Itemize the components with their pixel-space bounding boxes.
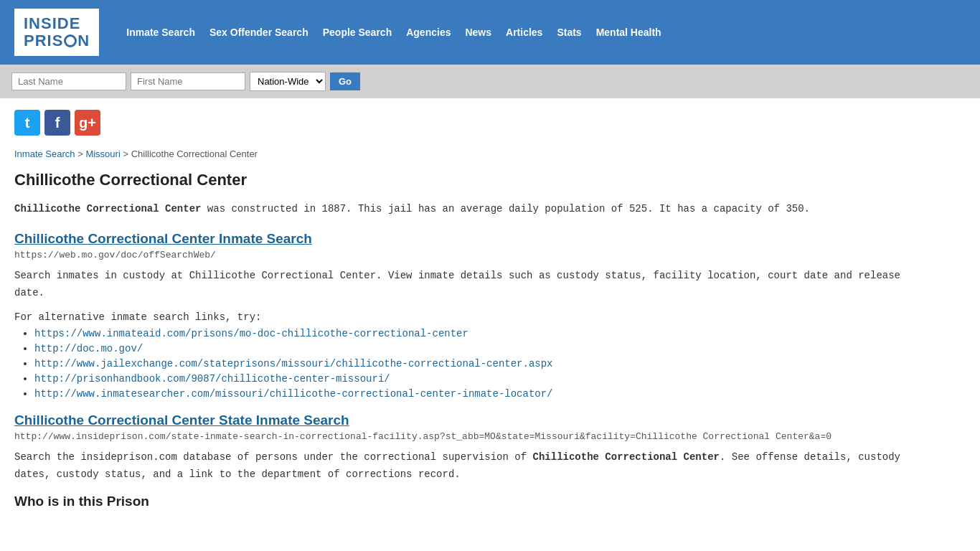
go-button[interactable]: Go [330,72,360,90]
list-item: http://www.inmatesearcher.com/missouri/c… [34,387,918,400]
nav-people-search[interactable]: People Search [317,24,398,41]
state-search-description: Search the insideprison.com database of … [14,449,918,484]
main-nav: Inmate Search Sex Offender Search People… [113,17,674,48]
first-name-input[interactable] [131,72,245,90]
list-item: https://www.inmateaid.com/prisons/mo-doc… [34,327,918,339]
logo-o-icon [64,34,77,47]
inmate-search-section-title: Chillicothe Correctional Center Inmate S… [14,231,918,247]
header: INSIDE PRISN Inmate Search Sex Offender … [0,0,980,65]
nav-stats[interactable]: Stats [551,24,587,41]
breadcrumb-inmate-search[interactable]: Inmate Search [14,149,75,159]
state-search-desc-bold: Chillicothe Correctional Center [533,451,720,463]
breadcrumb: Inmate Search > Missouri > Chillicothe C… [14,149,918,159]
facebook-icon[interactable]: f [44,110,70,136]
logo-area[interactable]: INSIDE PRISN [0,1,113,63]
nav-agencies[interactable]: Agencies [400,24,456,41]
alt-link-3[interactable]: http://www.jailexchange.com/stateprisons… [34,358,553,369]
alt-link-4[interactable]: http://prisonhandbook.com/9087/chillicot… [34,373,390,385]
intro-paragraph: Chillicothe Correctional Center was cons… [14,201,918,218]
alt-links-list: https://www.inmateaid.com/prisons/mo-doc… [34,327,918,400]
logo-prison: PRISN [24,32,90,50]
state-search-url: http://www.insideprison.com/state-inmate… [14,431,918,442]
inmate-search-description: Search inmates in custody at Chillicothe… [14,268,918,302]
state-search-section-title: Chillicothe Correctional Center State In… [14,413,918,428]
main-content: Inmate Search > Missouri > Chillicothe C… [0,141,933,531]
nav-inmate-search[interactable]: Inmate Search [121,24,201,41]
intro-name-bold: Chillicothe Correctional Center [14,203,201,215]
state-search-desc1: Search the insideprison.com database of … [14,451,533,463]
location-select[interactable]: Nation-Wide Alabama Alaska Arizona Misso… [250,72,326,91]
nav-news[interactable]: News [459,24,497,41]
list-item: http://doc.mo.gov/ [34,342,918,354]
breadcrumb-current: Chillicothe Correctional Center [131,149,258,159]
twitter-icon[interactable]: t [14,110,40,136]
list-item: http://prisonhandbook.com/9087/chillicot… [34,372,918,385]
nav-sex-offender-search[interactable]: Sex Offender Search [204,24,314,41]
google-plus-icon[interactable]: g+ [75,110,100,136]
alt-link-1[interactable]: https://www.inmateaid.com/prisons/mo-doc… [34,328,468,339]
logo-inside: INSIDE [24,15,90,32]
who-section-title: Who is in this Prison [14,494,918,509]
list-item: http://www.jailexchange.com/stateprisons… [34,357,918,369]
search-bar: Nation-Wide Alabama Alaska Arizona Misso… [0,65,980,98]
breadcrumb-sep2: > [123,149,131,159]
last-name-input[interactable] [11,72,126,90]
social-bar: t f g+ [0,98,980,141]
alt-links-intro: For alternative inmate search links, try… [14,311,918,323]
intro-text: was constructed in 1887. This jail has a… [201,203,810,215]
nav-articles[interactable]: Articles [500,24,548,41]
inmate-search-url: https://web.mo.gov/doc/offSearchWeb/ [14,250,918,260]
alt-link-5[interactable]: http://www.inmatesearcher.com/missouri/c… [34,388,553,400]
breadcrumb-sep1: > [77,149,85,159]
nav-mental-health[interactable]: Mental Health [590,24,667,41]
logo-box: INSIDE PRISN [14,9,99,56]
page-title: Chillicothe Correctional Center [14,171,918,189]
alt-link-2[interactable]: http://doc.mo.gov/ [34,343,143,354]
inmate-search-link[interactable]: Chillicothe Correctional Center Inmate S… [14,231,312,246]
state-search-link[interactable]: Chillicothe Correctional Center State In… [14,413,349,428]
breadcrumb-state[interactable]: Missouri [85,149,120,159]
